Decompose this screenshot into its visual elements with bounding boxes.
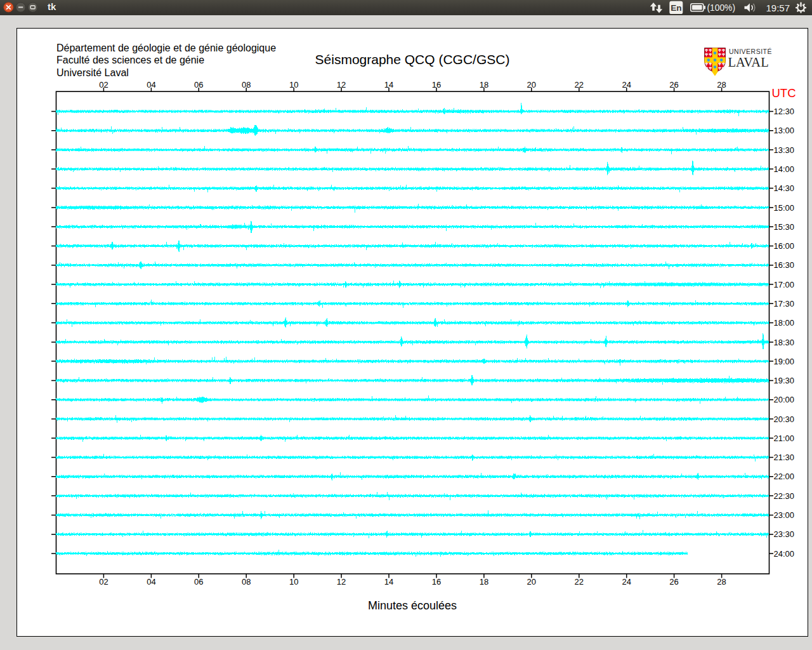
svg-text:16:30: 16:30 — [774, 260, 795, 270]
svg-text:22: 22 — [575, 577, 584, 587]
svg-text:13:00: 13:00 — [774, 126, 795, 135]
svg-text:06: 06 — [194, 577, 203, 587]
svg-text:04: 04 — [147, 80, 155, 90]
svg-text:20: 20 — [527, 80, 536, 90]
svg-text:24: 24 — [622, 80, 631, 90]
svg-text:24: 24 — [622, 577, 631, 587]
svg-text:18:00: 18:00 — [774, 318, 795, 328]
svg-text:28: 28 — [717, 577, 726, 587]
svg-text:02: 02 — [99, 577, 108, 587]
svg-text:14: 14 — [384, 80, 393, 90]
svg-text:16: 16 — [432, 577, 441, 587]
svg-text:24:00: 24:00 — [774, 549, 795, 559]
svg-text:22:30: 22:30 — [774, 491, 795, 501]
svg-text:02: 02 — [99, 80, 108, 90]
svg-text:LAVAL: LAVAL — [728, 55, 769, 69]
svg-text:14: 14 — [384, 577, 393, 587]
svg-text:12: 12 — [337, 577, 346, 587]
svg-text:21:30: 21:30 — [774, 453, 795, 462]
svg-text:10: 10 — [289, 577, 298, 587]
svg-text:06: 06 — [194, 80, 203, 90]
svg-text:12:30: 12:30 — [774, 107, 795, 116]
svg-text:22: 22 — [575, 80, 584, 90]
svg-text:08: 08 — [242, 80, 251, 90]
svg-text:15:30: 15:30 — [774, 222, 795, 232]
svg-text:14:00: 14:00 — [774, 164, 795, 174]
svg-text:UNIVERSITÉ: UNIVERSITÉ — [729, 48, 772, 55]
svg-text:28: 28 — [717, 80, 726, 90]
svg-text:19:30: 19:30 — [774, 376, 795, 385]
svg-text:26: 26 — [669, 80, 678, 90]
svg-text:16: 16 — [432, 80, 441, 90]
svg-text:18: 18 — [480, 80, 488, 90]
svg-text:20: 20 — [527, 577, 536, 587]
svg-text:UTC: UTC — [772, 86, 796, 100]
svg-text:10: 10 — [289, 80, 298, 90]
svg-text:13:30: 13:30 — [774, 145, 795, 155]
svg-text:18:30: 18:30 — [774, 338, 795, 347]
svg-text:04: 04 — [147, 577, 155, 587]
svg-text:19:00: 19:00 — [774, 357, 795, 366]
svg-text:18: 18 — [480, 577, 488, 587]
svg-text:22:00: 22:00 — [774, 472, 795, 481]
svg-text:23:00: 23:00 — [774, 510, 795, 520]
svg-text:20:00: 20:00 — [774, 395, 795, 404]
svg-text:23:30: 23:30 — [774, 529, 795, 539]
svg-text:14:30: 14:30 — [774, 183, 795, 193]
svg-text:21:00: 21:00 — [774, 434, 795, 443]
svg-text:17:00: 17:00 — [774, 280, 795, 289]
svg-text:15:00: 15:00 — [774, 203, 795, 213]
svg-text:08: 08 — [242, 577, 251, 587]
svg-text:20:30: 20:30 — [774, 415, 795, 424]
svg-text:17:30: 17:30 — [774, 299, 795, 308]
svg-text:12: 12 — [337, 80, 346, 90]
svg-text:16:00: 16:00 — [774, 241, 795, 251]
svg-text:26: 26 — [669, 577, 678, 587]
